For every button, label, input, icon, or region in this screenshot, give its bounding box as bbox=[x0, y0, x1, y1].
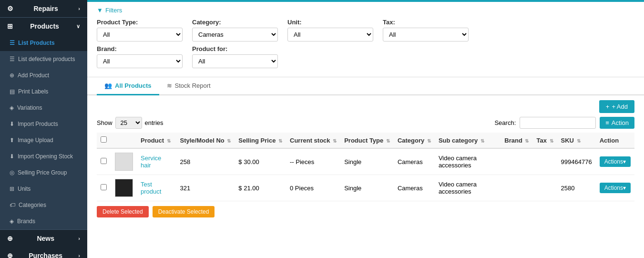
sidebar-item-list-products[interactable]: ☰ List Products bbox=[0, 35, 87, 51]
tax-select[interactable]: All bbox=[383, 28, 469, 41]
filter-row-2: Brand: All Product for: All bbox=[97, 45, 634, 68]
row-actions-button[interactable]: Actions▾ bbox=[600, 183, 631, 193]
main-content: ▼ Filters Product Type: All Category: Ca… bbox=[87, 0, 644, 258]
action-col-label: Action bbox=[600, 137, 619, 144]
row-checkbox[interactable] bbox=[101, 184, 107, 190]
product-image bbox=[115, 153, 133, 171]
row-sub-category: Video camera accessories bbox=[435, 175, 501, 201]
stock-report-icon: ≋ bbox=[167, 82, 172, 89]
tax-sort-icon[interactable]: ⇅ bbox=[550, 138, 553, 144]
header-brand: Brand ⇅ bbox=[501, 133, 532, 148]
category-select[interactable]: Cameras bbox=[192, 28, 278, 41]
row-sub-category: Video camera accessories bbox=[435, 148, 501, 175]
tab-stock-report[interactable]: ≋ Stock Report bbox=[159, 77, 218, 95]
table-row: Service hair 258 $ 30.00 -- Pieces Singl… bbox=[97, 148, 634, 175]
sku-sort-icon[interactable]: ⇅ bbox=[577, 138, 581, 144]
sidebar-products[interactable]: ⊞ Products ∨ bbox=[0, 18, 87, 35]
brand-sort-icon[interactable]: ⇅ bbox=[525, 138, 529, 144]
sidebar-item-categories[interactable]: 🏷 Categories bbox=[0, 197, 87, 213]
sidebar-item-units[interactable]: ⊞ Units bbox=[0, 181, 87, 197]
row-selling-price: $ 21.00 bbox=[235, 175, 286, 201]
row-category: Cameras bbox=[394, 175, 435, 201]
row-style-model: 321 bbox=[176, 175, 235, 201]
header-action: Action bbox=[596, 133, 634, 148]
action-button[interactable]: ≡ Action bbox=[600, 117, 634, 129]
select-all-checkbox[interactable] bbox=[101, 136, 107, 143]
filter-tax: Tax: All bbox=[383, 19, 469, 41]
header-checkbox-col bbox=[97, 133, 111, 148]
current-stock-col-label: Current stock bbox=[290, 137, 330, 144]
row-action-cell: Actions▾ bbox=[596, 175, 634, 201]
delete-selected-button[interactable]: Delete Selected bbox=[97, 206, 149, 217]
header-sub-category: Sub category ⇅ bbox=[435, 133, 501, 148]
import-products-icon: ⬇ bbox=[10, 121, 14, 127]
sidebar-item-list-defective[interactable]: ☰ List defective products bbox=[0, 51, 87, 67]
table-controls-top: + + Add bbox=[97, 100, 634, 113]
sidebar-item-variations[interactable]: ◈ Variations bbox=[0, 100, 87, 116]
tab-all-products[interactable]: 👥 All Products bbox=[97, 77, 159, 95]
row-actions-button[interactable]: Actions▾ bbox=[600, 156, 631, 167]
list-products-icon: ☰ bbox=[10, 40, 15, 46]
sidebar-purchases-label: Purchases bbox=[29, 252, 62, 258]
header-current-stock: Current stock ⇅ bbox=[286, 133, 340, 148]
brands-icon: ◈ bbox=[10, 218, 14, 225]
image-upload-icon: ⬆ bbox=[10, 137, 14, 144]
add-button[interactable]: + + Add bbox=[599, 100, 634, 113]
row-img-cell bbox=[111, 175, 137, 201]
list-defective-icon: ☰ bbox=[10, 56, 15, 62]
sidebar-news-label: News bbox=[37, 235, 54, 242]
sidebar-item-brands[interactable]: ◈ Brands bbox=[0, 213, 87, 229]
sidebar-print-labels-label: Print Labels bbox=[18, 88, 48, 95]
table-section: + + Add Show 25 50 100 entries Search: ≡… bbox=[87, 95, 644, 258]
filters-title: Filters bbox=[105, 7, 122, 14]
deactivate-selected-button[interactable]: Deactivate Selected bbox=[153, 206, 215, 217]
unit-label: Unit: bbox=[287, 19, 373, 26]
sidebar-import-opening-label: Import Opening Stock bbox=[18, 153, 73, 160]
units-icon: ⊞ bbox=[10, 186, 14, 192]
sidebar-import-products-label: Import Products bbox=[18, 121, 58, 127]
sidebar-image-upload-label: Image Upload bbox=[18, 137, 53, 144]
tab-stock-report-label: Stock Report bbox=[175, 82, 211, 89]
sidebar-purchases[interactable]: ⊕ Purchases › bbox=[0, 247, 87, 258]
sidebar-list-products-label: List Products bbox=[18, 40, 55, 46]
sidebar-news[interactable]: ⊕ News › bbox=[0, 230, 87, 247]
selling-sort-icon[interactable]: ⇅ bbox=[278, 138, 282, 144]
search-input[interactable] bbox=[520, 117, 596, 129]
filter-funnel-icon: ▼ bbox=[97, 7, 103, 14]
stock-sort-icon[interactable]: ⇅ bbox=[333, 138, 337, 144]
product-type-select[interactable]: All bbox=[97, 28, 183, 41]
category-label: Category: bbox=[192, 19, 278, 26]
sidebar-item-selling-price[interactable]: ◎ Selling Price Group bbox=[0, 165, 87, 181]
filter-product-for: Product for: All bbox=[192, 45, 278, 68]
product-for-select[interactable]: All bbox=[192, 54, 278, 68]
brand-col-label: Brand bbox=[504, 137, 522, 144]
sub-cat-sort-icon[interactable]: ⇅ bbox=[480, 138, 484, 144]
header-category: Category ⇅ bbox=[394, 133, 435, 148]
filter-category: Category: Cameras bbox=[192, 19, 278, 41]
row-checkbox[interactable] bbox=[101, 158, 107, 164]
header-product-type: Product Type ⇅ bbox=[340, 133, 394, 148]
add-button-label: + Add bbox=[612, 103, 628, 110]
sidebar-repairs[interactable]: ⚙ Repairs › bbox=[0, 0, 87, 17]
row-action-cell: Actions▾ bbox=[596, 148, 634, 175]
sidebar-units-label: Units bbox=[18, 186, 31, 192]
header-selling-price: Selling Price ⇅ bbox=[235, 133, 286, 148]
unit-select[interactable]: All bbox=[287, 28, 373, 41]
category-sort-icon[interactable]: ⇅ bbox=[427, 138, 431, 144]
filters-header: ▼ Filters bbox=[97, 7, 634, 14]
type-sort-icon[interactable]: ⇅ bbox=[386, 138, 390, 144]
add-product-icon: ⊕ bbox=[10, 72, 14, 79]
entries-label: entries bbox=[145, 119, 164, 126]
sidebar-item-import-opening[interactable]: ⬇ Import Opening Stock bbox=[0, 148, 87, 165]
entries-select[interactable]: 25 50 100 bbox=[115, 117, 142, 129]
sidebar-item-import-products[interactable]: ⬇ Import Products bbox=[0, 116, 87, 132]
row-checkbox-cell bbox=[97, 175, 111, 201]
sidebar-item-add-product[interactable]: ⊕ Add Product bbox=[0, 67, 87, 83]
style-sort-icon[interactable]: ⇅ bbox=[227, 138, 231, 144]
sidebar-repairs-label: Repairs bbox=[33, 5, 58, 12]
brand-select[interactable]: All bbox=[97, 54, 183, 68]
sidebar-products-label: Products bbox=[30, 22, 59, 30]
product-sort-icon[interactable]: ⇅ bbox=[167, 138, 171, 144]
sidebar-item-image-upload[interactable]: ⬆ Image Upload bbox=[0, 132, 87, 148]
sidebar-item-print-labels[interactable]: ▤ Print Labels bbox=[0, 83, 87, 100]
